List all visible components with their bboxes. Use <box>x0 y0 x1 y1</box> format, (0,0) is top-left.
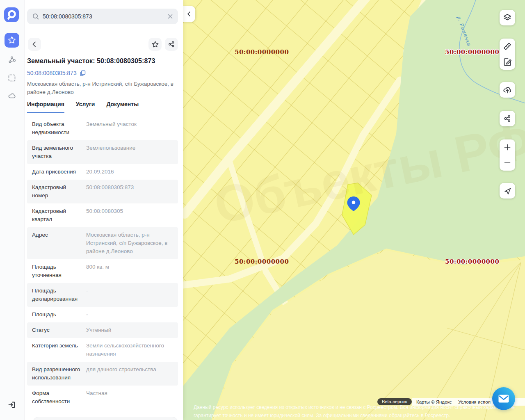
panel-header <box>27 38 178 51</box>
locate-button[interactable] <box>500 183 515 199</box>
share-icon <box>503 114 511 123</box>
table-row: Категория земельЗемли сельскохозяйственн… <box>27 338 178 362</box>
envelope-icon <box>498 394 509 404</box>
sidebar-item-geometry[interactable] <box>5 52 19 67</box>
field-label: Вид земельного участка <box>32 144 86 160</box>
field-value: Земли сельскохозяйственного назначения <box>86 342 173 358</box>
cadastral-quarter-label: 50:00:0000000 <box>445 48 499 56</box>
table-row: Вид разрешенного использованиядля дачног… <box>27 362 178 386</box>
field-label: Кадастровый номер <box>32 183 86 200</box>
share-map-button[interactable] <box>500 111 515 126</box>
field-value: для дачного строительства <box>86 365 173 382</box>
cadastral-quarter-label: 50:00:0000000 <box>235 48 289 56</box>
field-label: Площадь декларированная <box>32 287 86 303</box>
sidebar-item-favorites[interactable] <box>5 33 19 48</box>
clear-search-icon[interactable] <box>167 14 173 19</box>
table-row: СтатусУчтенный <box>27 322 178 338</box>
locate-control <box>500 183 515 199</box>
share-button[interactable] <box>165 38 178 51</box>
field-label: Площадь уточненная <box>32 263 86 279</box>
dashed-square-icon <box>7 73 16 82</box>
navigate-icon <box>503 186 512 195</box>
field-value: 50:08:0080305:873 <box>86 183 173 200</box>
zoom-out-button[interactable] <box>500 155 515 171</box>
field-label: Категория земель <box>32 342 86 358</box>
measure-edit-control <box>500 39 515 70</box>
star-icon <box>7 36 16 45</box>
ruler-button[interactable] <box>500 39 515 54</box>
terms-link[interactable]: Условия испол <box>458 399 491 404</box>
field-label: Адрес <box>32 231 86 256</box>
zoom-in-button[interactable] <box>500 139 515 155</box>
table-row: Площадь- <box>27 307 178 322</box>
sidebar-rail <box>0 0 25 420</box>
tab[interactable]: Документы <box>106 101 139 113</box>
cadastral-number-text[interactable]: 50:08:0080305:873 <box>27 70 77 76</box>
field-value: Частная <box>86 389 173 406</box>
field-label: Площадь <box>32 310 86 319</box>
tab[interactable]: Информация <box>27 101 64 113</box>
cloud-upload-icon <box>502 85 512 95</box>
layers-button[interactable] <box>500 10 515 25</box>
field-value: 20.09.2016 <box>86 168 173 176</box>
zoom-control <box>500 139 515 171</box>
field-label: Вид разрешенного использования <box>32 365 86 382</box>
field-value: Московская область, р-н Истринский, с/п … <box>86 231 173 256</box>
field-value: 50:08:0080305 <box>86 207 173 224</box>
field-label: Кадастровый квартал <box>32 207 86 224</box>
search-icon <box>32 13 39 20</box>
info-table: Вид объекта недвижимостиЗемельный участо… <box>27 116 178 409</box>
table-row: Дата присвоения20.09.2016 <box>27 164 178 180</box>
upload-button[interactable] <box>500 82 515 98</box>
copy-icon[interactable] <box>80 70 86 76</box>
app-logo[interactable] <box>4 7 19 22</box>
upload-control <box>500 82 515 98</box>
object-address: Московская область, р-н Истринский, с/п … <box>27 80 176 96</box>
yandex-copyright-link[interactable]: Карты © Яндекс <box>416 399 452 404</box>
cadastral-number-link[interactable]: 50:08:0080305:873 <box>27 70 86 76</box>
layers-icon <box>502 13 512 23</box>
login-icon <box>7 400 16 409</box>
table-row: Вид объекта недвижимостиЗемельный участо… <box>27 116 178 140</box>
table-row: Кадастровый номер50:08:0080305:873 <box>27 180 178 203</box>
star-outline-icon <box>151 41 159 48</box>
field-value: 800 кв. м <box>86 263 173 279</box>
ruler-icon <box>502 41 512 51</box>
tab[interactable]: Услуги <box>76 101 95 113</box>
table-row: Площадь декларированная- <box>27 283 178 307</box>
draw-button[interactable] <box>500 54 515 70</box>
chat-button[interactable] <box>492 387 515 410</box>
chevron-left-icon <box>186 11 192 17</box>
polygon-network-icon <box>7 55 16 64</box>
field-value: - <box>86 310 173 319</box>
back-button[interactable] <box>28 38 41 51</box>
favorite-button[interactable] <box>148 38 162 51</box>
sidebar-item-area-select[interactable] <box>5 71 19 85</box>
sidebar-item-cloud[interactable] <box>5 89 19 103</box>
field-label: Дата присвоения <box>32 168 86 176</box>
tabs: ИнформацияУслугиДокументы <box>27 101 139 113</box>
field-label: Статус <box>32 326 86 334</box>
app-window: Земельный участок: 50:08:0080305:873 50:… <box>0 0 525 420</box>
field-value: Землепользование <box>86 144 173 160</box>
map-area[interactable]: Объекты РФ 50:00:0000000 50:00:0000000 5… <box>183 0 525 420</box>
field-label: Вид объекта недвижимости <box>32 120 86 137</box>
table-row: Вид земельного участкаЗемлепользование <box>27 140 178 164</box>
field-value: Земельный участок <box>86 120 173 137</box>
beta-badge: Beta-версия <box>377 398 412 405</box>
share-map-control <box>500 111 515 126</box>
layers-control <box>500 10 515 25</box>
table-row: Кадастровый квартал50:08:0080305 <box>27 203 178 227</box>
collapse-panel-button[interactable] <box>183 6 195 22</box>
table-row: Площадь уточненная800 кв. м <box>27 259 178 283</box>
field-label: Форма собственности <box>32 389 86 406</box>
logo-bubble-icon <box>4 7 19 22</box>
login-button[interactable] <box>5 397 19 412</box>
share-icon <box>168 41 175 48</box>
field-value: Учтенный <box>86 326 173 334</box>
field-value: - <box>86 287 173 303</box>
search-input[interactable] <box>43 13 164 20</box>
info-panel: Земельный участок: 50:08:0080305:873 50:… <box>25 0 183 420</box>
page-title: Земельный участок: 50:08:0080305:873 <box>27 57 179 65</box>
plus-icon <box>504 144 511 151</box>
